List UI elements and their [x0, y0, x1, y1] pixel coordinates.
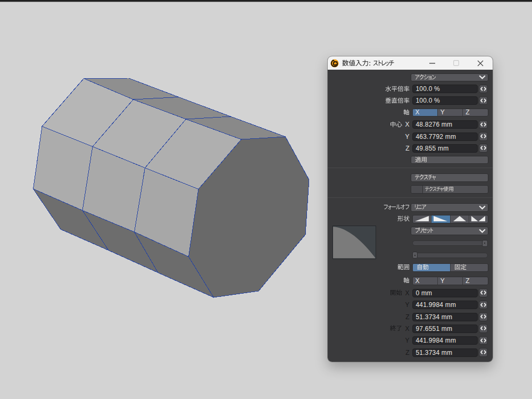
axis-z-button[interactable]: Z — [463, 109, 487, 117]
axis-y-button[interactable]: Y — [438, 109, 463, 117]
checkbox-indicator — [411, 186, 423, 194]
vertical-ratio-label — [385, 97, 410, 104]
action-dropdown[interactable] — [411, 73, 488, 82]
center-x-field[interactable]: 48.8276 mm — [412, 120, 478, 129]
start-label — [390, 289, 402, 296]
preset-slider-bottom[interactable] — [412, 252, 488, 259]
slider-track[interactable] — [412, 240, 488, 246]
falloff-dropdown-value — [415, 204, 426, 211]
row-label: Y — [328, 336, 410, 345]
chevron-down-icon — [479, 75, 486, 79]
falloff-dropdown[interactable] — [411, 203, 488, 212]
separator — [328, 168, 493, 168]
spinner-arrows-icon — [480, 87, 486, 91]
axis2-segmented: X Y Z — [412, 277, 488, 285]
center-x-label: X — [405, 121, 409, 128]
axis2-z-button[interactable]: Z — [463, 277, 487, 285]
end-y-field[interactable]: 441.9984 mm — [412, 336, 478, 345]
texture-button[interactable] — [411, 173, 488, 182]
apply-button[interactable] — [411, 156, 488, 164]
row-label — [328, 215, 410, 223]
texture-use-checkbox[interactable] — [411, 185, 488, 194]
metasequoia-logo-icon — [330, 59, 339, 68]
axis2-x-button[interactable]: X — [413, 277, 438, 285]
axis2-y-button[interactable]: Y — [438, 277, 463, 285]
maximize-button[interactable] — [444, 56, 468, 70]
axis-x-button[interactable]: X — [413, 109, 438, 117]
preset-dropdown[interactable] — [411, 227, 488, 236]
row-label — [328, 109, 410, 117]
dialog-title-bar[interactable] — [328, 56, 493, 70]
texture-button-label — [415, 174, 436, 181]
end-z-spinner[interactable] — [479, 348, 488, 357]
window-title — [342, 60, 394, 67]
vertical-ratio-field[interactable]: 100.0 % — [412, 96, 478, 105]
spinner-arrows-icon — [480, 303, 486, 307]
shape-valley-button[interactable] — [469, 215, 488, 223]
start-z-field[interactable]: 51.3734 mm — [412, 313, 478, 321]
spinner-arrows-icon — [480, 98, 486, 103]
center-label — [390, 121, 402, 128]
row-label: Z — [328, 348, 410, 357]
screen: 100.0 % 100.0 % X Y Z X 48.8276 mm Y 463… — [0, 0, 532, 399]
center-z-label: Z — [405, 145, 409, 152]
slider-track[interactable] — [412, 253, 488, 258]
preset-slider-top[interactable] — [412, 240, 488, 247]
start-y-field[interactable]: 441.9984 mm — [412, 301, 478, 309]
window-controls — [420, 56, 493, 70]
start-y-label: Y — [405, 302, 409, 308]
slider-handle[interactable] — [482, 240, 488, 247]
spinner-arrows-icon — [480, 314, 486, 319]
slider-handle[interactable] — [412, 252, 418, 259]
falloff-curve-preview — [332, 226, 376, 259]
row-label: Z — [328, 313, 410, 321]
range-segmented — [412, 263, 488, 272]
start-x-spinner[interactable] — [479, 288, 488, 297]
end-x-label: X — [405, 326, 409, 332]
vertical-ratio-spinner[interactable] — [479, 96, 488, 105]
range-auto-button[interactable] — [413, 264, 451, 271]
shape-ramp-down-icon — [433, 215, 448, 223]
title-text — [342, 60, 394, 67]
range-fixed-button[interactable] — [451, 264, 488, 271]
chevron-down-icon — [479, 229, 486, 233]
shape-label — [397, 215, 410, 222]
start-z-label: Z — [405, 314, 409, 320]
row-label: Z — [328, 144, 410, 153]
end-x-field[interactable]: 97.6551 mm — [412, 325, 478, 333]
start-x-field[interactable]: 0 mm — [412, 289, 478, 297]
center-x-spinner[interactable] — [479, 120, 488, 129]
center-y-label: Y — [405, 134, 409, 140]
close-icon — [477, 60, 484, 66]
axis-label — [403, 109, 410, 116]
horizontal-ratio-field[interactable]: 100.0 % — [412, 85, 478, 93]
horizontal-ratio-label — [385, 86, 410, 93]
start-y-spinner[interactable] — [479, 301, 488, 310]
range-label — [397, 264, 410, 271]
row-label: Y — [328, 132, 410, 141]
center-z-field[interactable]: 49.855 mm — [412, 144, 478, 153]
close-button[interactable] — [468, 56, 492, 70]
range-fixed-label — [454, 264, 467, 271]
horizontal-ratio-spinner[interactable] — [479, 85, 488, 94]
row-label — [328, 263, 410, 272]
center-z-spinner[interactable] — [479, 144, 488, 153]
end-z-field[interactable]: 51.3734 mm — [412, 348, 478, 357]
spinner-arrows-icon — [480, 122, 486, 127]
row-label — [328, 203, 410, 212]
end-label — [390, 325, 402, 332]
shape-segmented — [412, 215, 488, 223]
shape-ramp-up-button[interactable] — [413, 215, 432, 223]
row-label — [328, 96, 410, 105]
shape-peak-button[interactable] — [451, 215, 470, 223]
shape-ramp-down-button[interactable] — [431, 215, 451, 223]
end-x-spinner[interactable] — [479, 324, 488, 333]
center-y-field[interactable]: 463.7792 mm — [412, 132, 478, 141]
center-y-spinner[interactable] — [479, 132, 488, 141]
axis-segmented: X Y Z — [412, 109, 488, 117]
minimize-button[interactable] — [420, 56, 444, 70]
start-z-spinner[interactable] — [479, 312, 488, 321]
end-y-spinner[interactable] — [479, 336, 488, 345]
end-y-label: Y — [405, 337, 409, 344]
chevron-down-icon — [479, 205, 486, 210]
